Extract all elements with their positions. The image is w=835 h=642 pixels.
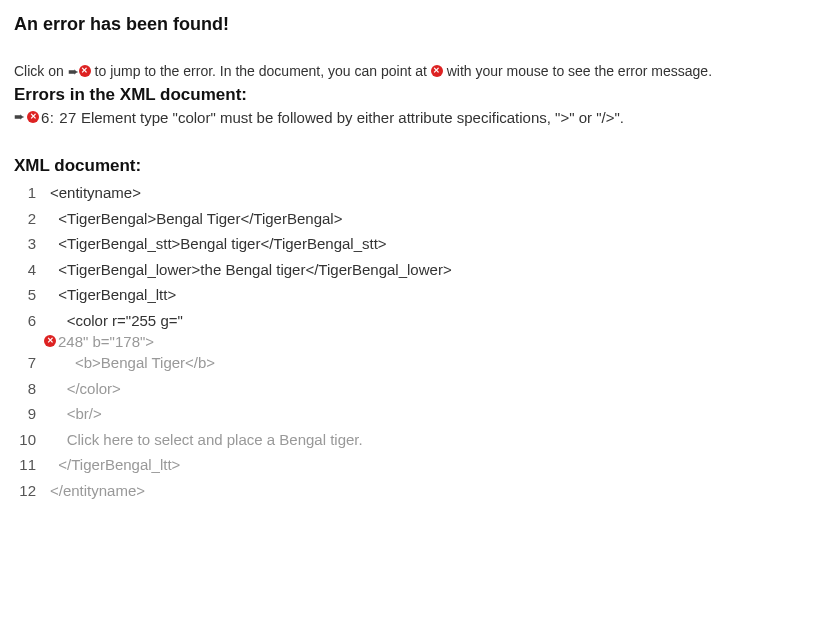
line-content: <b>Bengal Tiger</b> <box>50 350 215 376</box>
line-number: 2 <box>14 206 50 232</box>
code-line: 8 </color> <box>14 376 821 402</box>
error-marker-line[interactable]: 248" b="178"> <box>14 333 821 350</box>
line-number: 12 <box>14 478 50 504</box>
hint-text: Click on ➨ to jump to the error. In the … <box>14 63 821 79</box>
error-message: Element type "color" must be followed by… <box>81 109 624 126</box>
hint-pre: Click on <box>14 63 68 79</box>
page-title: An error has been found! <box>14 14 821 35</box>
errors-heading: Errors in the XML document: <box>14 85 821 105</box>
line-content: <TigerBengal_stt>Bengal tiger</TigerBeng… <box>50 231 387 257</box>
line-number: 3 <box>14 231 50 257</box>
line-content: <TigerBengal>Bengal Tiger</TigerBengal> <box>50 206 342 232</box>
jump-arrow-icon: ➨ <box>68 65 79 78</box>
line-number: 4 <box>14 257 50 283</box>
code-line: 3 <TigerBengal_stt>Bengal tiger</TigerBe… <box>14 231 821 257</box>
code-line: 12</entityname> <box>14 478 821 504</box>
hint-mid: to jump to the error. In the document, y… <box>91 63 431 79</box>
line-number: 6 <box>14 308 50 334</box>
code-line: 7 <b>Bengal Tiger</b> <box>14 350 821 376</box>
error-icon[interactable] <box>44 335 56 347</box>
code-line: 1<entityname> <box>14 180 821 206</box>
line-content: <TigerBengal_ltt> <box>50 282 176 308</box>
code-line: 10 Click here to select and place a Beng… <box>14 427 821 453</box>
line-number: 9 <box>14 401 50 427</box>
line-number: 8 <box>14 376 50 402</box>
code-line: 11 </TigerBengal_ltt> <box>14 452 821 478</box>
hint-post: with your mouse to see the error message… <box>443 63 712 79</box>
xml-code-block: 1<entityname> 2 <TigerBengal>Bengal Tige… <box>14 180 821 503</box>
error-location: 6: 27 <box>41 109 77 126</box>
error-icon[interactable] <box>27 111 39 123</box>
line-content: <TigerBengal_lower>the Bengal tiger</Tig… <box>50 257 452 283</box>
error-icon <box>79 65 91 77</box>
wrapped-content: 248" b="178"> <box>58 333 154 350</box>
code-line: 9 <br/> <box>14 401 821 427</box>
line-number: 5 <box>14 282 50 308</box>
line-content: </color> <box>50 376 121 402</box>
document-heading: XML document: <box>14 156 821 176</box>
line-content: Click here to select and place a Bengal … <box>50 427 363 453</box>
code-line: 6 <color r="255 g=" <box>14 308 821 334</box>
line-content: <color r="255 g=" <box>50 308 183 334</box>
line-content: </TigerBengal_ltt> <box>50 452 180 478</box>
line-number: 10 <box>14 427 50 453</box>
line-number: 7 <box>14 350 50 376</box>
error-entry[interactable]: ➨ 6: 27 Element type "color" must be fol… <box>14 109 821 126</box>
code-line: 2 <TigerBengal>Bengal Tiger</TigerBengal… <box>14 206 821 232</box>
line-content: <entityname> <box>50 180 141 206</box>
line-content: <br/> <box>50 401 102 427</box>
error-icon <box>431 65 443 77</box>
jump-arrow-icon[interactable]: ➨ <box>14 110 25 123</box>
line-number: 1 <box>14 180 50 206</box>
code-line: 5 <TigerBengal_ltt> <box>14 282 821 308</box>
code-line: 4 <TigerBengal_lower>the Bengal tiger</T… <box>14 257 821 283</box>
line-number: 11 <box>14 452 50 478</box>
line-content: </entityname> <box>50 478 145 504</box>
